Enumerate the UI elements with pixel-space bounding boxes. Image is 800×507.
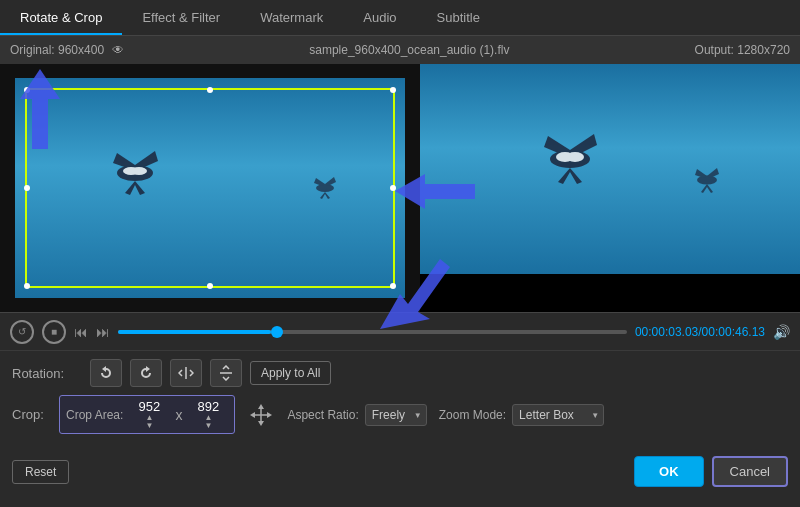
crop-height-down[interactable]: ▼ bbox=[204, 422, 212, 430]
svg-marker-25 bbox=[258, 404, 264, 409]
progress-bar[interactable] bbox=[118, 330, 627, 334]
tab-bar: Rotate & Crop Effect & Filter Watermark … bbox=[0, 0, 800, 36]
aspect-ratio-select[interactable]: Freely 16:9 4:3 1:1 bbox=[365, 404, 427, 426]
progress-thumb[interactable] bbox=[271, 326, 283, 338]
rotate-right-button[interactable] bbox=[130, 359, 162, 387]
right-preview bbox=[420, 64, 800, 312]
svg-marker-12 bbox=[570, 134, 597, 155]
rewind-button[interactable]: ↺ bbox=[10, 320, 34, 344]
left-video-frame bbox=[15, 78, 405, 298]
controls-panel: Rotation: Apply to All Crop: Crop Area: … bbox=[0, 350, 800, 450]
crop-handle-mr[interactable] bbox=[390, 185, 396, 191]
original-resolution: Original: 960x400 bbox=[10, 43, 104, 57]
aspect-ratio-label: Aspect Ratio: bbox=[287, 408, 358, 422]
bird-left-icon bbox=[75, 133, 195, 213]
svg-marker-18 bbox=[707, 168, 719, 178]
flip-v-icon bbox=[218, 365, 234, 381]
svg-point-16 bbox=[697, 176, 717, 185]
time-display: 00:00:03.03/00:00:46.13 bbox=[635, 325, 765, 339]
aspect-ratio-group: Aspect Ratio: Freely 16:9 4:3 1:1 bbox=[287, 404, 426, 426]
crop-handle-bl[interactable] bbox=[24, 283, 30, 289]
crop-label: Crop: bbox=[12, 407, 47, 422]
crosshair-icon bbox=[250, 404, 272, 426]
rotate-right-icon bbox=[138, 365, 154, 381]
bird-right-small-icon bbox=[295, 168, 355, 208]
crop-row: Crop: Crop Area: ▲ ▼ x ▲ ▼ bbox=[12, 395, 788, 434]
crop-separator: x bbox=[175, 407, 182, 423]
bird-preview-small-icon bbox=[675, 159, 740, 201]
flip-h-icon bbox=[178, 365, 194, 381]
flip-h-button[interactable] bbox=[170, 359, 202, 387]
svg-point-6 bbox=[316, 184, 334, 192]
cancel-button[interactable]: Cancel bbox=[712, 456, 788, 487]
stop-icon: ■ bbox=[51, 326, 57, 337]
svg-marker-7 bbox=[314, 178, 325, 186]
crop-handle-bm[interactable] bbox=[207, 283, 213, 289]
crop-area-label: Crop Area: bbox=[66, 408, 123, 422]
rotate-left-icon bbox=[98, 365, 114, 381]
bottom-row: Reset OK Cancel bbox=[0, 450, 800, 493]
tab-rotate-crop[interactable]: Rotate & Crop bbox=[0, 2, 122, 35]
skip-back-button[interactable]: ⏮ bbox=[74, 324, 88, 340]
main-content bbox=[0, 64, 800, 312]
flip-v-button[interactable] bbox=[210, 359, 242, 387]
output-resolution: Output: 1280x720 bbox=[695, 43, 790, 57]
crop-handle-tr[interactable] bbox=[390, 87, 396, 93]
ok-button[interactable]: OK bbox=[634, 456, 704, 487]
svg-marker-27 bbox=[250, 412, 255, 418]
crop-handle-tm[interactable] bbox=[207, 87, 213, 93]
bird-preview-icon bbox=[500, 114, 640, 204]
apply-all-button[interactable]: Apply to All bbox=[250, 361, 331, 385]
black-bar bbox=[420, 274, 800, 312]
svg-marker-17 bbox=[695, 169, 707, 178]
crop-height-spinners: ▲ ▼ bbox=[204, 414, 212, 430]
svg-marker-19 bbox=[701, 184, 713, 193]
tab-watermark[interactable]: Watermark bbox=[240, 2, 343, 35]
crop-handle-ml[interactable] bbox=[24, 185, 30, 191]
svg-marker-9 bbox=[320, 192, 330, 199]
crop-area-box: Crop Area: ▲ ▼ x ▲ ▼ bbox=[59, 395, 235, 434]
svg-marker-8 bbox=[325, 177, 336, 186]
reset-button[interactable]: Reset bbox=[12, 460, 69, 484]
zoom-mode-label: Zoom Mode: bbox=[439, 408, 506, 422]
svg-marker-1 bbox=[113, 153, 135, 169]
rotation-label: Rotation: bbox=[12, 366, 82, 381]
crop-width-input[interactable] bbox=[129, 399, 169, 414]
playback-bar: ↺ ■ ⏮ ⏭ 00:00:03.03/00:00:46.13 🔊 bbox=[0, 312, 800, 350]
left-preview bbox=[0, 64, 420, 312]
svg-marker-3 bbox=[125, 181, 145, 195]
rotate-left-button[interactable] bbox=[90, 359, 122, 387]
rotation-row: Rotation: Apply to All bbox=[12, 359, 788, 387]
move-icon[interactable] bbox=[247, 401, 275, 429]
zoom-mode-group: Zoom Mode: Letter Box Pan & Scan Full bbox=[439, 404, 604, 426]
tab-subtitle[interactable]: Subtitle bbox=[417, 2, 500, 35]
info-bar: Original: 960x400 👁 sample_960x400_ocean… bbox=[0, 36, 800, 64]
svg-point-15 bbox=[566, 152, 584, 162]
svg-point-5 bbox=[131, 167, 147, 175]
eye-icon[interactable]: 👁 bbox=[112, 43, 124, 57]
crop-width-down[interactable]: ▼ bbox=[145, 422, 153, 430]
zoom-mode-select[interactable]: Letter Box Pan & Scan Full bbox=[512, 404, 604, 426]
crop-height-group: ▲ ▼ bbox=[188, 399, 228, 430]
svg-marker-2 bbox=[135, 151, 158, 169]
file-name: sample_960x400_ocean_audio (1).flv bbox=[309, 43, 509, 57]
tab-audio[interactable]: Audio bbox=[343, 2, 416, 35]
volume-icon[interactable]: 🔊 bbox=[773, 324, 790, 340]
zoom-mode-wrapper: Letter Box Pan & Scan Full bbox=[512, 404, 604, 426]
svg-marker-28 bbox=[267, 412, 272, 418]
action-buttons: OK Cancel bbox=[634, 456, 788, 487]
stop-button[interactable]: ■ bbox=[42, 320, 66, 344]
svg-marker-26 bbox=[258, 421, 264, 426]
progress-fill bbox=[118, 330, 271, 334]
crop-width-group: ▲ ▼ bbox=[129, 399, 169, 430]
rewind-icon: ↺ bbox=[18, 326, 26, 337]
crop-handle-tl[interactable] bbox=[24, 87, 30, 93]
right-video-frame bbox=[420, 64, 800, 274]
crop-width-spinners: ▲ ▼ bbox=[145, 414, 153, 430]
aspect-ratio-wrapper: Freely 16:9 4:3 1:1 bbox=[365, 404, 427, 426]
crop-handle-br[interactable] bbox=[390, 283, 396, 289]
tab-effect-filter[interactable]: Effect & Filter bbox=[122, 2, 240, 35]
svg-marker-13 bbox=[558, 168, 582, 184]
crop-height-input[interactable] bbox=[188, 399, 228, 414]
skip-forward-button[interactable]: ⏭ bbox=[96, 324, 110, 340]
